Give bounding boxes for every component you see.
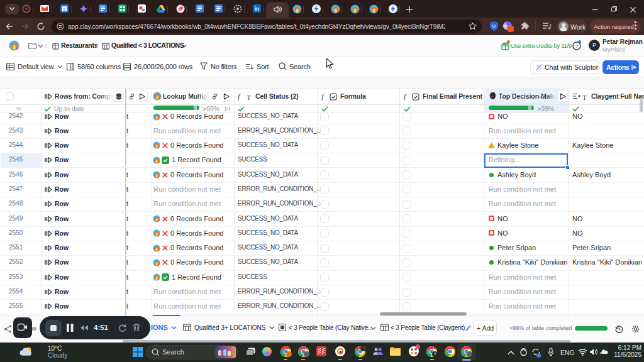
svg-text:U: U xyxy=(492,23,496,29)
svg-text:f: f xyxy=(404,93,407,101)
svg-text:T: T xyxy=(247,94,251,101)
svg-text:T: T xyxy=(582,94,587,101)
svg-text:f: f xyxy=(238,93,241,101)
svg-text:in: in xyxy=(255,6,260,12)
svg-text:?: ? xyxy=(575,43,579,49)
svg-text:6: 6 xyxy=(64,7,66,11)
svg-text:f: f xyxy=(321,93,325,101)
